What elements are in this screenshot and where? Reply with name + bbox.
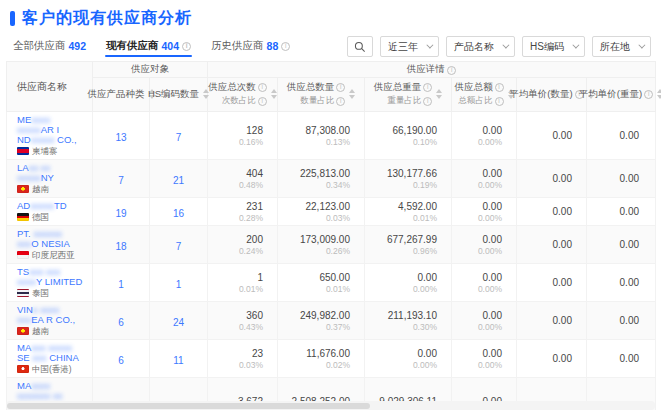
country-name: 越南 [32, 326, 49, 336]
sort-icon[interactable] [436, 89, 442, 99]
tab-label: 全部供应商 [13, 39, 66, 53]
hs-code-count-link[interactable]: 7 [176, 241, 182, 252]
info-icon[interactable] [447, 66, 456, 75]
hs-code-count-link[interactable]: 21 [173, 175, 184, 186]
supplier-table-wrap: 供应商名称 供应对象 供应详情 供应产品种类 [6, 61, 655, 410]
hs-code-count-cell: 21 [150, 160, 208, 198]
column-header-avg-price-weight[interactable]: 平均单价(重量) [587, 78, 656, 112]
supplier-name-cell: TSxxx xxx xxxxY LIMITED 泰国 [7, 264, 93, 302]
info-icon[interactable] [495, 83, 504, 92]
time-range-value: 近三年 [388, 40, 418, 54]
product-types-link[interactable]: 13 [115, 132, 126, 143]
supplier-country: 柬埔寨 [17, 146, 84, 156]
tab-label: 现有供应商 [106, 39, 159, 53]
sort-icon[interactable] [349, 89, 355, 99]
supplier-name-link[interactable]: ADxxxxxTD [17, 201, 84, 211]
info-icon[interactable] [644, 90, 653, 99]
avg-price-qty-cell: 0.00 [517, 160, 587, 198]
info-icon[interactable] [495, 97, 504, 106]
column-sub-label: 次数占比 [222, 95, 256, 107]
info-icon[interactable] [423, 83, 432, 92]
product-types-cell: 13 [93, 112, 150, 160]
supplier-name-link[interactable]: PT. xxxxxx xxxO NESIA [17, 229, 84, 249]
supply-times-cell: 2310.28% [208, 198, 278, 226]
table-row: MAxxx xxxxx SE xxx CHINA 中国(香港) 6 11 230… [7, 340, 656, 378]
tab-count: 404 [162, 40, 180, 52]
column-header-supply-weight[interactable]: 供应总重量 重量占比 [365, 78, 452, 112]
info-icon[interactable] [281, 42, 290, 51]
column-header-supply-times[interactable]: 供应总次数 次数占比 [208, 78, 278, 112]
supply-times-cell: 2000.24% [208, 226, 278, 264]
supplier-name-link[interactable]: MExxxx xxxxxAR I NDxxxxx CO., [17, 115, 84, 145]
search-button[interactable] [347, 36, 373, 57]
product-types-link[interactable]: 6 [118, 355, 124, 366]
column-label: 平均单价(重量) [579, 88, 642, 101]
column-header-product-types[interactable]: 供应产品种类 [93, 78, 150, 112]
supplier-name-cell: MAxxx xxxxx SE xxx CHINA 中国(香港) [7, 340, 93, 378]
column-header-supply-qty[interactable]: 供应总数量 数量占比 [278, 78, 365, 112]
supply-qty-cell: 173,009.000.26% [278, 226, 365, 264]
hs-code-value: HS编码 [530, 40, 564, 54]
avg-price-weight-cell: 0.00 [587, 340, 656, 378]
sort-icon[interactable] [271, 89, 277, 99]
info-icon[interactable] [423, 97, 432, 106]
product-types-link[interactable]: 6 [118, 317, 124, 328]
supply-times-cell: 1280.16% [208, 112, 278, 160]
supply-qty-cell: 249,982.000.37% [278, 302, 365, 340]
chevron-down-icon [426, 42, 433, 49]
country-name: 中国(香港) [32, 364, 72, 374]
hs-code-select[interactable]: HS编码 [522, 36, 585, 57]
info-icon[interactable] [336, 97, 345, 106]
product-types-link[interactable]: 1 [118, 279, 124, 290]
product-types-cell: 6 [93, 340, 150, 378]
avg-price-weight-cell: 0.00 [587, 112, 656, 160]
product-types-cell: 1 [93, 264, 150, 302]
avg-price-qty-cell: 0.00 [517, 340, 587, 378]
supply-amount-cell: 0.000.00% [452, 198, 517, 226]
hs-code-count-cell: 7 [150, 226, 208, 264]
info-icon[interactable] [258, 83, 267, 92]
time-range-select[interactable]: 近三年 [380, 36, 439, 57]
info-icon[interactable] [182, 42, 191, 51]
tab-history-suppliers[interactable]: 历史供应商 88 [210, 36, 291, 57]
supply-times-cell: 4040.48% [208, 160, 278, 198]
sort-icon[interactable] [657, 89, 661, 99]
tab-count: 492 [69, 40, 87, 52]
tab-filter-bar: 全部供应商 492 现有供应商 404 历史供应商 88 [0, 34, 661, 61]
location-select[interactable]: 所在地 [592, 36, 651, 57]
supply-qty-cell: 11,676.000.02% [278, 340, 365, 378]
hs-code-count-link[interactable]: 24 [173, 317, 184, 328]
tab-all-suppliers[interactable]: 全部供应商 492 [12, 36, 87, 57]
product-name-select[interactable]: 产品名称 [446, 36, 515, 57]
supplier-name-link[interactable]: LAxx xx xxxxxNY [17, 163, 84, 183]
supplier-name-cell: ADxxxxxTD 德国 [7, 198, 93, 226]
supply-times-cell: 230.03% [208, 340, 278, 378]
column-header-avg-price-qty[interactable]: 平均单价(数量) [517, 78, 587, 112]
column-header-hs-code-count[interactable]: HS编码数量 [150, 78, 208, 112]
supply-qty-cell: 87,308.000.13% [278, 112, 365, 160]
column-header-supply-amount[interactable]: 供应总额 总额占比 [452, 78, 517, 112]
info-icon[interactable] [258, 97, 267, 106]
hs-code-count-cell: 7 [150, 112, 208, 160]
product-types-link[interactable]: 19 [115, 208, 126, 219]
supplier-name-link[interactable]: TSxxx xxx xxxxY LIMITED [17, 267, 84, 287]
info-icon[interactable] [336, 83, 345, 92]
hs-code-count-link[interactable]: 7 [176, 132, 182, 143]
tabs: 全部供应商 492 现有供应商 404 历史供应商 88 [12, 36, 291, 57]
product-types-link[interactable]: 18 [115, 241, 126, 252]
supply-amount-cell: 0.000.00% [452, 340, 517, 378]
horizontal-scrollbar[interactable] [6, 401, 655, 410]
hs-code-count-link[interactable]: 1 [176, 279, 182, 290]
supplier-name-link[interactable]: VINx xxxx xxxEA R CO., [17, 305, 84, 325]
magnifier-icon [354, 41, 366, 53]
scrollbar-thumb[interactable] [7, 403, 370, 409]
hs-code-count-link[interactable]: 16 [173, 208, 184, 219]
tab-current-suppliers[interactable]: 现有供应商 404 [105, 36, 192, 57]
supplier-country: 越南 [17, 184, 84, 194]
country-name: 柬埔寨 [32, 146, 58, 156]
supply-weight-cell: 0.000.00% [365, 340, 452, 378]
supply-qty-cell: 225,813.000.34% [278, 160, 365, 198]
hs-code-count-link[interactable]: 11 [173, 355, 183, 366]
product-types-link[interactable]: 7 [118, 175, 124, 186]
supplier-name-link[interactable]: MAxxx xxxxx SE xxx CHINA [17, 343, 84, 363]
